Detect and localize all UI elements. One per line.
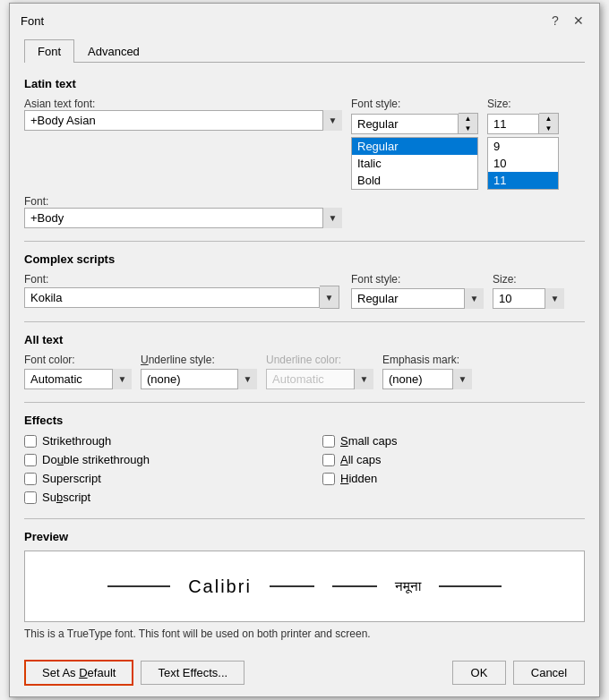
alltext-emphasis-select[interactable]: (none) Dot Circle Double: [382, 369, 472, 389]
asian-font-label: Asian text font:: [24, 98, 342, 110]
preview-line-4: [439, 585, 502, 587]
alltext-ucolor-select-wrapper: Automatic ▼: [266, 369, 373, 389]
cb-smallcaps-input[interactable]: [322, 435, 335, 448]
cb-smallcaps-label: Small caps: [340, 434, 398, 448]
cb-subscript[interactable]: Subscript: [24, 491, 287, 504]
latin-section: Latin text Asian text font: +Body Asian …: [24, 73, 585, 234]
preview-info: This is a TrueType font. This font will …: [24, 627, 585, 640]
close-button[interactable]: ✕: [569, 11, 588, 30]
size-input[interactable]: [487, 114, 539, 134]
complex-style-group: Font style: Regular Italic Bold Bold Ita…: [351, 273, 484, 309]
cb-allcaps-input[interactable]: [322, 454, 335, 466]
size-item-11[interactable]: 11: [488, 172, 558, 189]
effects-section-label: Effects: [24, 414, 585, 427]
cb-allcaps[interactable]: All caps: [322, 453, 585, 466]
title-bar: Font ? ✕: [10, 4, 599, 36]
complex-row: Font: ▼ Font style: Regular Italic Bold: [24, 273, 585, 309]
font-style-scroll-up[interactable]: ▲: [459, 114, 477, 124]
text-effects-button[interactable]: Text Effects...: [141, 661, 244, 685]
effects-left-3: Superscript: [24, 472, 287, 485]
tab-font[interactable]: Font: [24, 39, 74, 63]
title-bar-left: Font: [21, 14, 44, 28]
preview-lines: Calibri नमूना: [107, 576, 502, 597]
preview-line-1: [107, 585, 170, 587]
set-default-label: Set As Default: [42, 666, 116, 679]
cb-superscript-label: Superscript: [42, 472, 101, 485]
alltext-ucolor-select[interactable]: Automatic: [266, 369, 373, 389]
font-style-item-bold[interactable]: Bold: [352, 172, 477, 189]
alltext-emphasis-label: Emphasis mark:: [382, 354, 472, 366]
divider-1: [24, 241, 585, 242]
dialog-footer: Set As Default Text Effects... OK Cancel: [10, 651, 599, 696]
alltext-emphasis-group: Emphasis mark: (none) Dot Circle Double …: [382, 354, 472, 389]
complex-section-label: Complex scripts: [24, 252, 585, 266]
cb-strikethrough-label: Strikethrough: [42, 434, 111, 448]
cb-allcaps-label: All caps: [340, 453, 382, 466]
size-container: Size: ▲ ▼ 9 10 11: [487, 98, 559, 190]
asian-font-select[interactable]: +Body Asian +Body +Heading: [24, 110, 342, 131]
tab-advanced[interactable]: Advanced: [74, 39, 153, 63]
preview-box: Calibri नमूना: [24, 551, 585, 622]
effects-right-3: Hidden: [322, 472, 585, 485]
tab-bar: Font Advanced: [24, 39, 585, 63]
font-style-input[interactable]: [351, 114, 459, 134]
alltext-underline-group: Underline style: (none) Single Double Do…: [141, 354, 257, 389]
cb-strikethrough[interactable]: Strikethrough: [24, 434, 287, 448]
cb-smallcaps[interactable]: Small caps: [322, 434, 585, 448]
cb-double-strikethrough-input[interactable]: [24, 454, 37, 466]
complex-style-select-wrapper: Regular Italic Bold Bold Italic ▼: [351, 288, 484, 309]
cb-superscript[interactable]: Superscript: [24, 472, 287, 485]
asian-font-group: Asian text font: +Body Asian +Body +Head…: [24, 98, 342, 131]
latin-row1: Asian text font: +Body Asian +Body +Head…: [24, 98, 585, 190]
alltext-row: Font color: Automatic Black White Red Bl…: [24, 354, 585, 389]
size-input-row: ▲ ▼: [487, 113, 559, 134]
alltext-underline-label: Underline style:: [141, 354, 257, 366]
complex-font-label: Font:: [24, 273, 342, 286]
set-default-button[interactable]: Set As Default: [24, 660, 133, 686]
complex-style-select[interactable]: Regular Italic Bold Bold Italic: [351, 288, 484, 309]
alltext-section: All text Font color: Automatic Black Whi…: [24, 329, 585, 395]
size-scroll-buttons: ▲ ▼: [539, 113, 559, 134]
size-scroll-up[interactable]: ▲: [539, 114, 558, 124]
complex-font-input[interactable]: [24, 287, 320, 308]
asian-font-select-wrapper: +Body Asian +Body +Heading ▼: [24, 110, 342, 131]
cb-strikethrough-input[interactable]: [24, 435, 37, 448]
cb-double-strikethrough[interactable]: Double strikethrough: [24, 453, 287, 466]
font-style-container: Font style: ▲ ▼ Regular Italic Bold: [351, 98, 478, 190]
title-bar-right: ? ✕: [545, 11, 588, 30]
latin-row2: Font: +Body +Heading Arial Calibri ▼: [24, 195, 585, 228]
font-style-scroll-down[interactable]: ▼: [459, 124, 477, 133]
complex-size-select[interactable]: 8 9 10 11 12: [493, 288, 564, 309]
cb-superscript-input[interactable]: [24, 473, 37, 485]
cb-hidden[interactable]: Hidden: [322, 472, 585, 485]
complex-font-dropdown-arrow[interactable]: ▼: [320, 286, 339, 309]
effects-grid: Strikethrough Small caps Double striketh…: [24, 434, 585, 504]
dialog-body: Font Advanced Latin text Asian text font…: [10, 36, 599, 651]
font-style-input-row: ▲ ▼: [351, 113, 478, 134]
help-button[interactable]: ?: [545, 11, 565, 30]
size-scroll-down[interactable]: ▼: [539, 124, 558, 133]
ok-button[interactable]: OK: [452, 661, 506, 685]
cb-subscript-label: Subscript: [42, 491, 90, 504]
font-style-item-regular[interactable]: Regular: [352, 138, 477, 155]
cb-hidden-input[interactable]: [322, 473, 335, 485]
cb-double-strikethrough-label: Double strikethrough: [42, 453, 150, 466]
preview-section-label: Preview: [24, 530, 585, 543]
font-group: Font: +Body +Heading Arial Calibri ▼: [24, 195, 342, 228]
preview-text-hindi: नमूना: [395, 578, 421, 594]
dialog-title: Font: [21, 14, 44, 28]
alltext-ucolor-group: Underline color: Automatic ▼: [266, 354, 373, 389]
font-style-item-italic[interactable]: Italic: [352, 155, 477, 172]
alltext-underline-select[interactable]: (none) Single Double Dotted: [141, 369, 257, 389]
alltext-color-select[interactable]: Automatic Black White Red Blue: [24, 369, 132, 389]
alltext-section-label: All text: [24, 333, 585, 346]
preview-line-2: [270, 585, 314, 587]
size-item-10[interactable]: 10: [488, 155, 558, 172]
complex-size-label: Size:: [493, 273, 564, 286]
complex-style-label: Font style:: [351, 273, 484, 286]
font-select[interactable]: +Body +Heading Arial Calibri: [24, 208, 342, 228]
size-item-9[interactable]: 9: [488, 138, 558, 155]
cancel-button[interactable]: Cancel: [513, 661, 585, 685]
cb-subscript-input[interactable]: [24, 491, 37, 504]
font-style-scroll-buttons: ▲ ▼: [459, 113, 478, 134]
